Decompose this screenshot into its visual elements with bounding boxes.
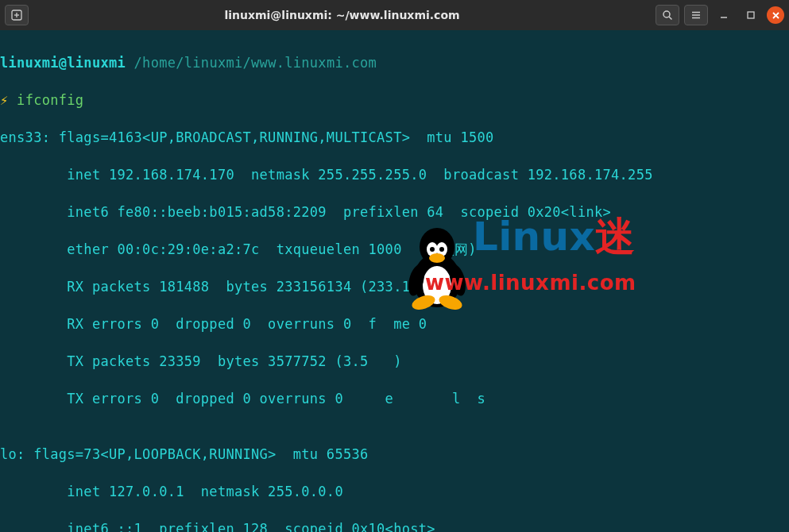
prompt-symbol: ⚡ bbox=[0, 92, 9, 108]
terminal-area[interactable]: linuxmi@linuxmi /home/linuxmi/www.linuxm… bbox=[0, 30, 789, 532]
output-line: inet 127.0.0.1 netmask 255.0.0.0 bbox=[0, 483, 789, 502]
maximize-button[interactable] bbox=[740, 4, 762, 26]
prompt-userhost: linuxmi@linuxmi bbox=[0, 55, 126, 71]
output-line: lo: flags=73<UP,LOOPBACK,RUNNING> mtu 65… bbox=[0, 445, 789, 465]
tux-penguin-icon bbox=[397, 223, 477, 310]
minimize-icon bbox=[719, 10, 729, 20]
hamburger-icon bbox=[690, 10, 702, 21]
output-text-cn: (以太网) bbox=[419, 241, 477, 257]
output-line: ether 00:0c:29:0e:a2:7c txqueuelen 1000 … bbox=[0, 241, 789, 260]
maximize-icon bbox=[746, 10, 756, 20]
search-button[interactable] bbox=[656, 5, 679, 25]
output-text: ether 00:0c:29:0e:a2:7c txqueuelen 1000 bbox=[0, 241, 419, 257]
close-icon bbox=[772, 11, 780, 20]
command-text: ifconfig bbox=[17, 92, 83, 108]
new-tab-icon bbox=[11, 10, 22, 21]
output-line: RX packets 181488 bytes 233156134 (233.1… bbox=[0, 278, 789, 297]
output-line: ens33: flags=4163<UP,BROADCAST,RUNNING,M… bbox=[0, 129, 789, 148]
output-line: inet 192.168.174.170 netmask 255.255.255… bbox=[0, 166, 789, 185]
output-line: inet6 fe80::beeb:b015:ad58:2209 prefixle… bbox=[0, 203, 789, 222]
output-line: RX errors 0 dropped 0 overruns 0 f me 0 bbox=[0, 315, 789, 334]
output-line: TX errors 0 dropped 0 overruns 0 e l s bbox=[0, 390, 789, 409]
search-icon bbox=[662, 10, 673, 21]
titlebar-right-controls bbox=[656, 4, 784, 26]
svg-point-3 bbox=[663, 11, 670, 17]
prompt-line-1: linuxmi@linuxmi /home/linuxmi/www.linuxm… bbox=[0, 54, 789, 73]
close-button[interactable] bbox=[767, 6, 784, 24]
window-titlebar: linuxmi@linuxmi: ~/www.linuxmi.com bbox=[0, 0, 789, 30]
titlebar-left-controls bbox=[5, 5, 29, 25]
new-tab-button[interactable] bbox=[5, 5, 29, 25]
menu-button[interactable] bbox=[684, 5, 708, 25]
output-line: TX packets 23359 bytes 3577752 (3.5 ) bbox=[0, 353, 789, 372]
window-title: linuxmi@linuxmi: ~/www.linuxmi.com bbox=[33, 9, 651, 21]
minimize-button[interactable] bbox=[713, 4, 735, 26]
prompt-path: /home/linuxmi/www.linuxmi.com bbox=[134, 55, 377, 71]
output-line: inet6 ::1 prefixlen 128 scopeid 0x10<hos… bbox=[0, 520, 789, 532]
svg-line-4 bbox=[669, 17, 672, 20]
svg-rect-9 bbox=[748, 12, 754, 18]
command-line-1: ⚡ ifconfig bbox=[0, 91, 789, 110]
